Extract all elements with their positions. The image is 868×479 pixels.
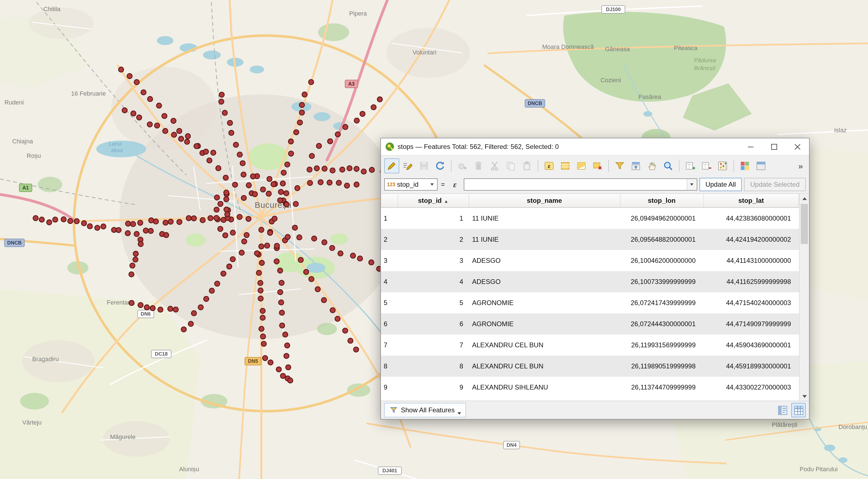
row-number[interactable]: 2 — [381, 229, 398, 250]
cell-stop-lon[interactable]: 26,095648820000001 — [620, 229, 704, 250]
cell-stop-name[interactable]: 11 IUNIE — [469, 207, 620, 229]
cell-stop-lat[interactable]: 44,459043690000001 — [704, 334, 799, 356]
stop-point[interactable] — [138, 302, 143, 308]
stop-point[interactable] — [181, 327, 186, 332]
stop-point[interactable] — [361, 169, 366, 174]
stop-point[interactable] — [284, 202, 289, 207]
cell-stop-name[interactable]: ALEXANDRU CEL BUN — [469, 334, 620, 356]
stop-point[interactable] — [185, 134, 190, 139]
cell-stop-lon[interactable]: 26,072444300000001 — [620, 313, 704, 334]
stop-point[interactable] — [148, 228, 153, 233]
stop-point[interactable] — [344, 183, 349, 188]
stop-point[interactable] — [279, 310, 284, 315]
stop-point[interactable] — [207, 158, 212, 163]
column-header-stop-lat[interactable]: stop_lat — [704, 194, 799, 207]
stop-point[interactable] — [224, 197, 229, 202]
stop-point[interactable] — [134, 231, 139, 236]
invert-selection-button[interactable] — [574, 158, 589, 173]
stop-point[interactable] — [131, 111, 136, 116]
stop-point[interactable] — [218, 226, 223, 231]
stop-point[interactable] — [354, 118, 359, 123]
stop-point[interactable] — [209, 288, 214, 293]
stop-point[interactable] — [300, 102, 304, 107]
stop-point[interactable] — [274, 259, 279, 264]
stop-point[interactable] — [371, 105, 376, 110]
stop-point[interactable] — [143, 228, 148, 233]
stop-point[interactable] — [82, 221, 87, 226]
stop-point[interactable] — [321, 297, 327, 302]
row-number[interactable]: 3 — [381, 250, 398, 271]
filter-form-button[interactable] — [612, 158, 627, 173]
new-field-button[interactable] — [683, 158, 698, 173]
stop-point[interactable] — [39, 217, 44, 222]
stop-point[interactable] — [163, 128, 168, 133]
stop-point[interactable] — [293, 201, 298, 206]
cell-stop-name[interactable]: ADESGO — [469, 250, 620, 271]
row-number[interactable]: 5 — [381, 292, 398, 313]
corner-header[interactable] — [381, 194, 398, 207]
stop-point[interactable] — [188, 321, 193, 326]
stop-point[interactable] — [214, 207, 219, 212]
stop-point[interactable] — [272, 216, 277, 221]
cell-stop-lat[interactable]: 44,471540240000003 — [704, 292, 799, 313]
stop-point[interactable] — [214, 195, 219, 200]
filter-value-dropdown-button[interactable] — [686, 179, 696, 190]
stop-point[interactable] — [314, 166, 319, 171]
stop-point[interactable] — [308, 180, 312, 185]
row-number[interactable]: 7 — [381, 334, 398, 356]
stop-point[interactable] — [163, 220, 168, 225]
stop-point[interactable] — [330, 168, 335, 173]
stop-point[interactable] — [164, 232, 169, 237]
stop-point[interactable] — [288, 139, 293, 144]
stop-point[interactable] — [198, 305, 203, 310]
stop-point[interactable] — [260, 309, 265, 313]
cell-stop-name[interactable]: ALEXANDRU SIHLEANU — [469, 377, 620, 398]
stop-point[interactable] — [260, 315, 265, 320]
stop-point[interactable] — [211, 150, 216, 155]
stop-point[interactable] — [284, 191, 289, 196]
stop-point[interactable] — [118, 67, 123, 72]
cell-stop-lon[interactable]: 26,100733999999999 — [620, 271, 704, 292]
stop-point[interactable] — [330, 245, 335, 250]
scrollbar-thumb[interactable] — [801, 204, 808, 244]
save-edits-button[interactable] — [416, 158, 432, 173]
stop-point[interactable] — [348, 338, 353, 343]
stop-point[interactable] — [122, 108, 127, 113]
stop-point[interactable] — [191, 311, 196, 316]
stop-point[interactable] — [307, 167, 312, 172]
stop-point[interactable] — [87, 224, 92, 229]
column-header-stop-name[interactable]: stop_name — [469, 194, 620, 207]
stop-point[interactable] — [309, 277, 314, 282]
stop-point[interactable] — [241, 172, 246, 177]
stop-point[interactable] — [68, 218, 73, 223]
cell-stop-id[interactable]: 2 — [398, 229, 469, 250]
stop-point[interactable] — [137, 220, 143, 225]
stop-point[interactable] — [284, 353, 289, 358]
select-all-button[interactable] — [558, 158, 573, 173]
stop-point[interactable] — [158, 307, 163, 312]
stop-point[interactable] — [244, 232, 249, 237]
window-titlebar[interactable]: stops — Features Total: 562, Filtered: 5… — [381, 138, 809, 156]
stop-point[interactable] — [237, 215, 242, 220]
stop-point[interactable] — [214, 215, 219, 220]
cell-stop-id[interactable]: 1 — [398, 207, 469, 229]
stop-point[interactable] — [280, 323, 285, 328]
cell-stop-lon[interactable]: 26,072417439999999 — [620, 292, 704, 313]
stop-point[interactable] — [53, 217, 58, 222]
stop-point[interactable] — [229, 130, 234, 135]
stop-point[interactable] — [258, 288, 263, 293]
stop-point[interactable] — [336, 180, 341, 185]
stop-point[interactable] — [280, 181, 285, 186]
cell-stop-id[interactable]: 4 — [398, 271, 469, 292]
stop-point[interactable] — [259, 227, 264, 232]
stop-point[interactable] — [309, 153, 314, 158]
stop-point[interactable] — [227, 120, 232, 125]
stop-point[interactable] — [171, 118, 176, 123]
stop-point[interactable] — [316, 143, 321, 148]
stop-point[interactable] — [246, 183, 251, 188]
stop-point[interactable] — [360, 111, 365, 117]
stop-point[interactable] — [200, 218, 205, 223]
stop-point[interactable] — [328, 139, 333, 143]
stop-point[interactable] — [354, 347, 359, 352]
stop-point[interactable] — [162, 114, 167, 118]
